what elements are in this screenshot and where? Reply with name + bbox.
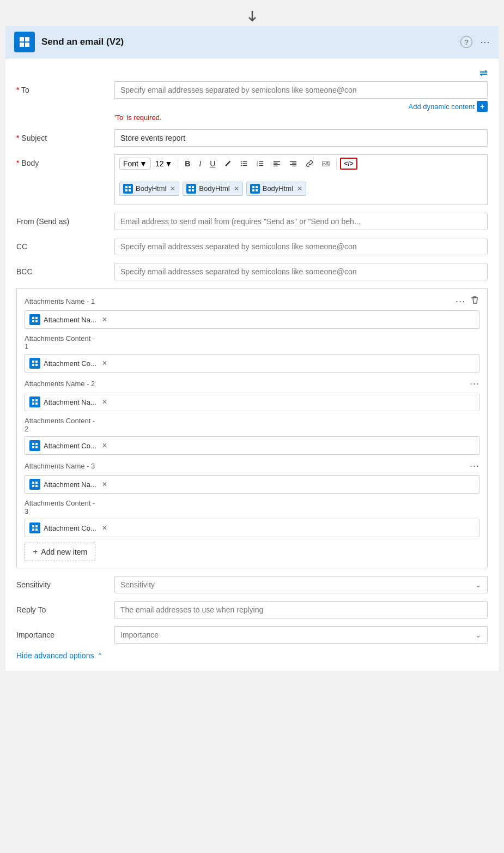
importance-select[interactable]: Importance ⌄ [114, 626, 488, 644]
bcc-input[interactable] [114, 263, 488, 280]
svg-rect-32 [192, 186, 194, 188]
attachment-content-input-3[interactable]: Attachment Co... ✕ [25, 519, 479, 537]
svg-rect-1 [20, 37, 24, 41]
sensitivity-select[interactable]: Sensitivity ⌄ [114, 576, 488, 593]
swap-icon[interactable]: ⇌ [479, 67, 488, 79]
attachment-name-token-2: Attachment Na... [44, 398, 96, 406]
body-toolbar: Font ▼ 12 ▼ B I U [114, 154, 488, 172]
html-button[interactable]: </> [340, 158, 357, 170]
svg-rect-42 [35, 320, 38, 322]
svg-rect-43 [32, 361, 34, 363]
from-row: From (Send as) [16, 213, 488, 230]
token-close-2[interactable]: ✕ [234, 185, 239, 193]
font-size-value: 12 [155, 159, 164, 168]
attachment-content-close-3[interactable]: ✕ [102, 524, 107, 532]
attachment-name-label-1: Attachments Name - 1 [25, 297, 95, 305]
sensitivity-control-wrap: Sensitivity ⌄ [114, 576, 488, 593]
attachment-name-close-2[interactable]: ✕ [102, 398, 107, 406]
svg-rect-60 [35, 525, 38, 527]
chevron-up-icon: ⌃ [97, 652, 103, 660]
font-dropdown-arrow: ▼ [139, 159, 147, 168]
importance-row: Importance Importance ⌄ [16, 626, 488, 644]
token-label-2: BodyHtml [199, 184, 229, 193]
svg-rect-51 [32, 443, 34, 445]
attachment-dots-3[interactable]: ··· [470, 460, 479, 472]
add-dynamic-row: Add dynamic content + [114, 101, 488, 112]
attachment-name-input-2[interactable]: Attachment Na... ✕ [25, 393, 479, 411]
sep-2 [336, 158, 337, 169]
attachment-token-icon-3 [29, 479, 40, 490]
reply-to-control-wrap [114, 601, 488, 618]
attachment-content-label-3: Attachments Content -3 [25, 499, 95, 515]
underline-button[interactable]: U [207, 158, 218, 170]
token-close-1[interactable]: ✕ [170, 185, 175, 193]
top-arrow [5, 5, 499, 26]
subject-label: Subject [16, 129, 114, 142]
pen-button[interactable] [221, 158, 235, 169]
attachment-content-input-1[interactable]: Attachment Co... ✕ [25, 354, 479, 373]
italic-button[interactable]: I [196, 158, 204, 170]
svg-rect-35 [252, 186, 254, 188]
font-size-select[interactable]: 12 ▼ [153, 158, 174, 169]
attachment-content-close-1[interactable]: ✕ [102, 359, 107, 367]
body-token-2[interactable]: BodyHtml ✕ [183, 182, 242, 196]
attachment-content-label-row-1: Attachments Content -1 [25, 334, 479, 351]
attachment-name-input-1[interactable]: Attachment Na... ✕ [25, 310, 479, 329]
token-icon-2 [186, 184, 196, 194]
add-icon: + [33, 547, 38, 557]
attachment-content-label-1: Attachments Content -1 [25, 334, 95, 351]
svg-rect-52 [35, 443, 38, 445]
cc-label: CC [16, 238, 114, 251]
from-input[interactable] [114, 213, 488, 230]
more-button[interactable]: ⋯ [480, 36, 490, 48]
body-content-area[interactable]: BodyHtml ✕ BodyHtml ✕ Body [114, 172, 488, 205]
attachment-name-close-1[interactable]: ✕ [102, 316, 107, 323]
help-button[interactable]: ? [460, 36, 472, 48]
reply-to-input[interactable] [114, 601, 488, 618]
svg-rect-55 [32, 482, 34, 484]
subject-input[interactable] [114, 129, 488, 147]
attachment-content-input-2[interactable]: Attachment Co... ✕ [25, 436, 479, 455]
hide-advanced-button[interactable]: Hide advanced options ⌃ [16, 651, 488, 660]
align-left-button[interactable] [270, 158, 284, 169]
media-button[interactable] [319, 158, 333, 169]
svg-rect-33 [189, 189, 191, 191]
attachment-content-group-2: Attachments Content -2 Attachment Co... … [25, 417, 479, 455]
attachments-section: Attachments Name - 1 ··· Attac [16, 288, 488, 568]
body-token-3[interactable]: BodyHtml ✕ [246, 182, 306, 196]
attachment-group-1: Attachments Name - 1 ··· Attac [25, 295, 479, 329]
link-button[interactable] [302, 158, 317, 169]
add-dynamic-button[interactable]: + [477, 101, 488, 112]
attachment-name-label-3: Attachments Name - 3 [25, 462, 95, 470]
add-dynamic-link[interactable]: Add dynamic content [409, 103, 475, 111]
attachment-content-token-2: Attachment Co... [44, 442, 96, 450]
svg-rect-61 [32, 528, 34, 531]
attachment-trash-1[interactable] [470, 295, 479, 307]
align-right-button[interactable] [286, 158, 300, 169]
attachment-name-close-3[interactable]: ✕ [102, 480, 107, 488]
font-select[interactable]: Font ▼ [119, 158, 151, 170]
svg-rect-58 [35, 485, 38, 487]
attachment-content-label-row-2: Attachments Content -2 [25, 417, 479, 433]
svg-rect-34 [192, 189, 194, 191]
token-close-3[interactable]: ✕ [297, 185, 302, 193]
to-row: To Add dynamic content + 'To' is require… [16, 81, 488, 122]
svg-rect-28 [129, 186, 131, 188]
body-token-1[interactable]: BodyHtml ✕ [119, 182, 179, 196]
svg-rect-62 [35, 528, 38, 531]
cc-input[interactable] [114, 238, 488, 255]
bullet-list-button[interactable] [237, 158, 251, 169]
attachment-dots-2[interactable]: ··· [470, 378, 479, 389]
bold-button[interactable]: B [181, 158, 193, 170]
cc-row: CC [16, 238, 488, 255]
to-input[interactable] [114, 81, 488, 99]
attachment-content-close-2[interactable]: ✕ [102, 442, 107, 449]
attachment-dots-1[interactable]: ··· [456, 296, 465, 307]
numbered-list-button[interactable]: 1 2 3 [253, 158, 268, 169]
sensitivity-label: Sensitivity [16, 576, 114, 589]
add-new-item-button[interactable]: + Add new item [25, 543, 95, 561]
token-label-1: BodyHtml [136, 184, 166, 193]
svg-rect-41 [32, 320, 34, 322]
attachment-name-input-3[interactable]: Attachment Na... ✕ [25, 475, 479, 494]
attachment-content-token-icon-3 [29, 522, 40, 533]
